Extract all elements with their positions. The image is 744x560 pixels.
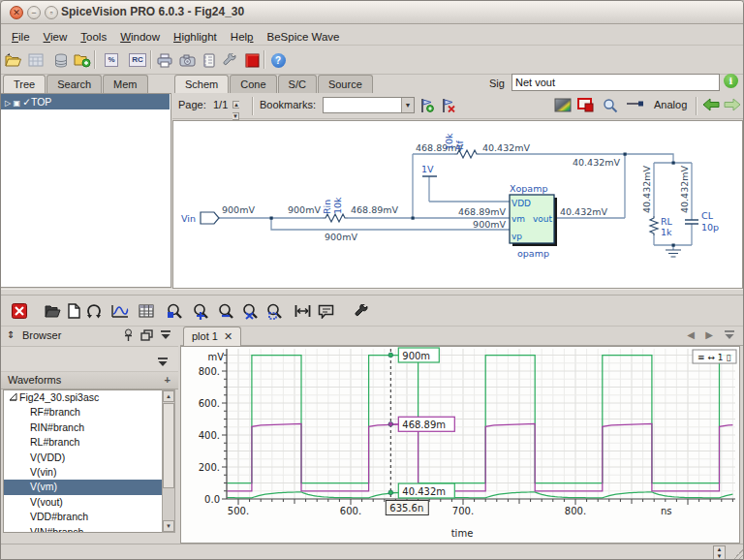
browser-filter-row[interactable]: [1, 347, 178, 372]
page-spinner[interactable]: ▲▼: [232, 101, 239, 120]
menu-help[interactable]: Help: [224, 30, 261, 44]
wave-item-v-vm-[interactable]: V(vm): [4, 480, 163, 494]
plot-back-icon[interactable]: ◀: [687, 329, 695, 340]
zoom-button[interactable]: [603, 98, 618, 115]
table-view-button[interactable]: [136, 300, 157, 322]
maximize-button[interactable]: ▫: [45, 6, 58, 19]
log-button[interactable]: [198, 49, 219, 71]
wave-item-v-vin-[interactable]: V(vin): [4, 465, 163, 480]
zoom-out-button[interactable]: [215, 300, 236, 322]
export-button[interactable]: [25, 49, 46, 71]
close-button[interactable]: ✕: [10, 6, 23, 19]
chevron-down-icon[interactable]: ▼: [401, 98, 414, 112]
tab-mem[interactable]: Mem: [103, 75, 147, 93]
add-waveform-button[interactable]: +: [165, 374, 170, 386]
wave-item-rf-branch[interactable]: RF#branch: [4, 405, 163, 420]
wave-settings-button[interactable]: [351, 300, 372, 322]
menu-tools[interactable]: Tools: [74, 30, 113, 44]
tab-cone[interactable]: Cone: [230, 75, 276, 93]
wave-item-rl-branch[interactable]: RL#branch: [4, 435, 163, 450]
schematic-canvas[interactable]: Vin 900mV 900mV 468.89mV 900mV 468.89mV …: [172, 120, 743, 289]
settings-button[interactable]: [219, 49, 240, 71]
wave-open-button[interactable]: [42, 300, 63, 322]
tab-s-c[interactable]: S/C: [278, 75, 317, 93]
tab-tree[interactable]: Tree: [3, 75, 46, 94]
plot-menu-icon[interactable]: [724, 329, 735, 342]
plot-forward-icon[interactable]: ▶: [705, 329, 713, 340]
wrench-icon: [355, 304, 369, 319]
filter-dropdown-icon[interactable]: [157, 354, 169, 371]
wave-item-v-vdd-[interactable]: V(VDD): [4, 451, 163, 465]
plot-canvas[interactable]: 500.600.700.800.ns800.600.400.200.0.0mVt…: [180, 346, 740, 544]
zoom-off-button[interactable]: [239, 300, 261, 322]
status-spinner[interactable]: ▲▼: [713, 545, 726, 560]
sig-input[interactable]: [512, 74, 720, 91]
wave-reload-button[interactable]: [83, 300, 105, 322]
database-button[interactable]: [50, 49, 72, 71]
info-icon[interactable]: i: [724, 74, 738, 88]
menu-file[interactable]: File: [5, 30, 37, 44]
add-bookmark-button[interactable]: [420, 98, 435, 115]
snapshot-button[interactable]: [176, 49, 198, 71]
forward-button[interactable]: [724, 98, 741, 113]
menu-window[interactable]: Window: [113, 30, 167, 44]
capacitor-cl: [685, 220, 698, 224]
cl-name: CL: [701, 210, 714, 221]
menu-view[interactable]: View: [37, 30, 75, 44]
horizontal-splitter[interactable]: [1, 289, 744, 296]
scroll-down-button[interactable]: ▼: [163, 520, 174, 532]
open-file-button[interactable]: [3, 49, 24, 71]
close-wave-button[interactable]: [9, 300, 30, 322]
percent-button[interactable]: %: [101, 49, 122, 71]
waveform-icon: [111, 304, 129, 319]
port-label: Vin: [181, 213, 196, 224]
menu-filter-icon[interactable]: [160, 329, 171, 342]
remove-bookmark-button[interactable]: [442, 98, 456, 115]
waveform-scrollbar[interactable]: ▲ ▼: [162, 389, 175, 533]
zoom-area-button[interactable]: [164, 300, 185, 322]
tab-source[interactable]: Source: [318, 75, 373, 93]
menu-bespice-wave[interactable]: BeSpice Wave: [261, 30, 347, 44]
tree-item-top[interactable]: ▷ ▣ ✓TOP: [1, 94, 170, 109]
toolbar-separator: [150, 50, 152, 69]
wave-item-vin-branch[interactable]: VIN#branch: [4, 525, 163, 533]
annotation-button[interactable]: [315, 300, 336, 322]
stop-button[interactable]: [241, 49, 263, 71]
probe-button[interactable]: [626, 98, 645, 111]
x-tick-label: 600.: [340, 506, 361, 516]
wave-file-item[interactable]: Fig24_30.spi3asc: [4, 390, 163, 405]
plot-tab[interactable]: plot 1✕: [183, 327, 241, 346]
minimize-button[interactable]: −: [27, 6, 41, 19]
scroll-up-button[interactable]: ▲: [163, 390, 174, 402]
back-button[interactable]: [702, 98, 720, 113]
database-icon: [54, 53, 68, 68]
close-tab-icon[interactable]: ✕: [224, 330, 232, 342]
print-button[interactable]: [154, 49, 175, 71]
title-bar[interactable]: ✕ − ▫ SpiceVision PRO 6.0.3 - Fig24_30: [1, 1, 744, 24]
bookmarks-combo[interactable]: ▼: [323, 97, 415, 113]
float-icon[interactable]: [140, 329, 153, 343]
tab-search[interactable]: Search: [46, 75, 102, 93]
wave-new-button[interactable]: [63, 300, 84, 322]
cursor-marker: [388, 490, 393, 495]
updown-icon[interactable]: ⇕: [7, 329, 15, 340]
fit-x-button[interactable]: [292, 300, 313, 322]
zoom-fit-button[interactable]: [264, 300, 285, 322]
tab-schem[interactable]: Schem: [174, 75, 229, 94]
scroll-thumb[interactable]: [163, 403, 174, 488]
wave-item-rin-branch[interactable]: RIN#branch: [4, 420, 163, 435]
waveform-list[interactable]: Fig24_30.spi3ascRF#branchRIN#branchRL#br…: [3, 389, 164, 533]
add-curve-button[interactable]: [109, 300, 131, 322]
wave-item-v-vout-[interactable]: V(vout): [4, 495, 163, 510]
resize-grip[interactable]: [731, 547, 744, 560]
rc-button[interactable]: RC: [127, 49, 148, 71]
zoom-in-button[interactable]: [190, 300, 211, 322]
help-button[interactable]: ?: [267, 49, 289, 71]
pin-icon[interactable]: [123, 328, 134, 344]
menu-highlight[interactable]: Highlight: [167, 30, 224, 44]
highlight-frame-button[interactable]: [577, 98, 595, 114]
add-folder-button[interactable]: [72, 49, 93, 71]
color-mode-button[interactable]: [554, 98, 572, 114]
wave-item-vdd-branch[interactable]: VDD#branch: [4, 510, 163, 524]
browser-header[interactable]: ⇕ Browser: [1, 327, 178, 347]
